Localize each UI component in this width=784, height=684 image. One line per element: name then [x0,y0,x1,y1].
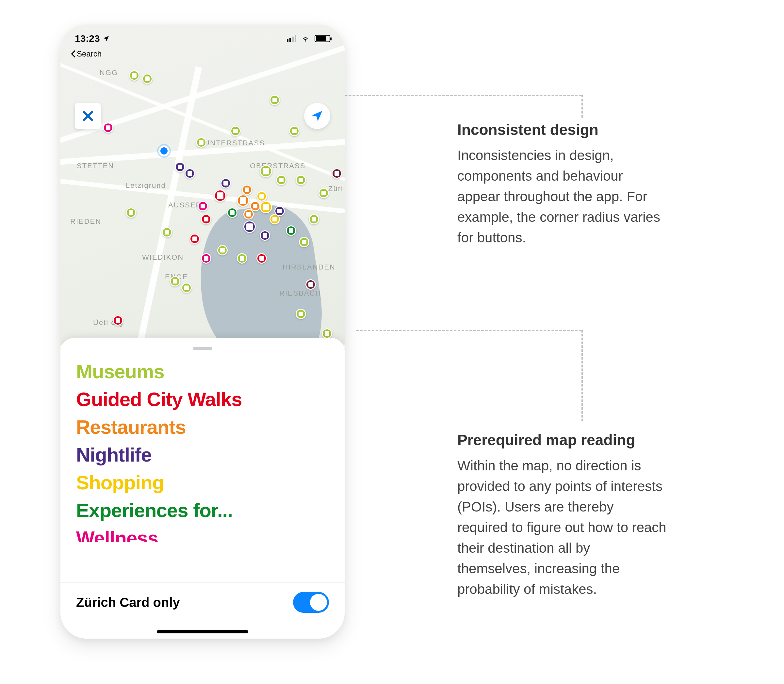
map-pin[interactable] [299,237,309,247]
zurich-card-toggle[interactable] [293,592,329,613]
map-pin[interactable] [201,253,211,264]
map-pin[interactable] [309,214,319,224]
map-label-wiedikon: WIEDIKON [142,253,184,261]
annotation-title: Inconsistent design [457,121,666,139]
callout-drop-2 [581,330,583,421]
map-pin[interactable] [237,194,249,207]
map-pin[interactable] [189,234,200,244]
map-pin[interactable] [227,207,237,218]
category-restaurants[interactable]: Restaurants [76,414,329,440]
map-pin[interactable] [175,162,185,172]
map-pin[interactable] [276,175,287,185]
categories-sheet[interactable]: Museums Guided City Walks Restaurants Ni… [60,338,345,639]
phone-mockup: NGG UNTERSTRASS OBERSTRASS STETTEN Letzi… [60,24,345,639]
back-label: Search [77,49,102,58]
map-pin[interactable] [129,70,139,81]
map-view[interactable]: NGG UNTERSTRASS OBERSTRASS STETTEN Letzi… [60,24,345,345]
annotation-title: Prerequired map reading [457,431,666,449]
status-bar: 13:23 [60,24,345,47]
map-pin[interactable] [181,282,192,293]
navigate-arrow-icon [310,109,324,123]
category-experiences[interactable]: Experiences for... [76,497,329,524]
battery-icon [315,35,330,42]
annotation-body: Inconsistencies in design, components an… [457,145,666,248]
map-pin[interactable] [170,276,180,287]
map-pin[interactable] [244,209,254,219]
map-pin[interactable] [237,253,247,264]
callout-line-2 [356,330,581,331]
category-nightlife[interactable]: Nightlife [76,442,329,468]
map-pin[interactable] [260,165,272,177]
callout-line-1 [314,95,581,96]
category-guided-walks[interactable]: Guided City Walks [76,386,329,413]
user-location-dot [158,145,169,156]
map-label-stetten: STETTEN [77,162,114,170]
map-pin[interactable] [201,214,211,224]
map-pin[interactable] [142,74,153,84]
map-label-zuri: Züri [328,185,343,193]
map-pin[interactable] [296,175,306,185]
map-pin[interactable] [332,168,342,179]
map-label-unterstrass: UNTERSTRASS [204,139,265,147]
map-pin[interactable] [296,309,306,319]
map-pin[interactable] [221,178,231,189]
map-pin[interactable] [244,221,256,233]
map-pin[interactable] [274,206,285,216]
callout-drop-1 [581,95,583,118]
map-pin[interactable] [242,185,252,195]
annotation-body: Within the map, no direction is provided… [457,455,666,599]
zurich-card-label: Zürich Card only [76,595,180,610]
map-pin[interactable] [256,253,267,264]
annotation-inconsistent-design: Inconsistent design Inconsistencies in d… [457,121,666,248]
cellular-signal-icon [287,35,296,42]
map-pin[interactable] [305,279,316,290]
sheet-grabber[interactable] [193,347,212,350]
map-lake [190,200,329,345]
map-pin[interactable] [103,123,113,133]
map-label-letzigrund: Letzigrund [126,181,166,190]
map-pin[interactable] [196,137,206,148]
map-label-oberstrass: OBERSTRASS [250,162,305,170]
map-pin[interactable] [269,95,280,105]
map-pin[interactable] [256,191,267,202]
close-icon [81,109,95,123]
sheet-footer: Zürich Card only [60,582,345,622]
locate-button[interactable] [304,103,330,129]
map-label-ngg: NGG [100,69,118,77]
map-pin[interactable] [198,201,208,211]
close-button[interactable] [75,103,101,129]
annotation-map-reading: Prerequired map reading Within the map, … [457,431,666,599]
category-shopping[interactable]: Shopping [76,469,329,496]
map-pin[interactable] [286,225,296,236]
location-arrow-icon [103,35,110,42]
map-pin[interactable] [185,168,195,179]
map-pin[interactable] [126,207,136,218]
wifi-icon [301,35,310,42]
map-pin[interactable] [318,188,329,198]
map-pin[interactable] [289,126,300,136]
map-label-riesbach: RIESBACH [279,289,321,298]
map-pin[interactable] [217,245,228,255]
map-pin[interactable] [260,201,272,213]
map-label-rieden: RIEDEN [70,217,101,226]
home-indicator[interactable] [157,630,248,633]
category-list: Museums Guided City Walks Restaurants Ni… [76,358,329,542]
map-pin[interactable] [322,328,332,339]
map-pin[interactable] [260,230,270,241]
map-label-hirslanden: HIRSLANDEN [282,263,336,271]
status-time: 13:23 [75,33,100,44]
map-pin[interactable] [230,126,241,136]
map-pin[interactable] [214,189,226,202]
category-museums[interactable]: Museums [76,358,329,385]
map-pin[interactable] [113,315,123,326]
category-wellness[interactable]: Wellness [76,525,329,542]
back-to-search[interactable]: Search [70,49,102,58]
map-pin[interactable] [162,227,172,237]
